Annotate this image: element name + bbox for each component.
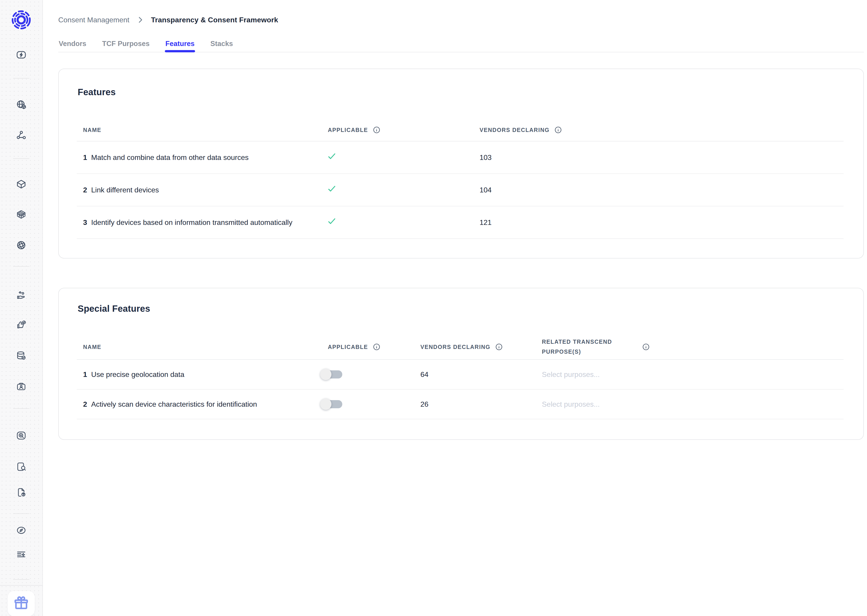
column-header-applicable: APPLICABLE: [328, 126, 479, 134]
column-header-applicable-label: APPLICABLE: [328, 344, 368, 350]
special-features-card: Special Features NAME APPLICABLE VENDORS…: [58, 288, 864, 440]
features-card: Features NAME APPLICABLE VENDORS DECLARI…: [58, 69, 864, 258]
row-number: 1: [83, 153, 87, 162]
feature-name-cell: 2 Link different devices: [77, 186, 328, 194]
column-header-applicable: APPLICABLE: [328, 343, 421, 350]
feature-name-cell: 3 Identify devices based on information …: [77, 218, 328, 227]
info-icon[interactable]: [642, 343, 649, 350]
info-icon[interactable]: [495, 343, 503, 350]
tab-stacks[interactable]: Stacks: [210, 38, 233, 52]
column-header-vendors-label: VENDORS DECLARING: [479, 127, 550, 133]
table-row: 3 Identify devices based on information …: [77, 206, 843, 239]
vendors-declaring-count: 104: [479, 186, 843, 194]
sidebar-footer-divider: [0, 585, 43, 586]
sidebar-item-quick-actions[interactable]: [16, 49, 27, 60]
related-purposes-line1: RELATED TRANSCEND: [542, 337, 612, 347]
tab-vendors[interactable]: Vendors: [58, 38, 87, 52]
bolt-icon: [16, 49, 27, 60]
chevron-right-icon: [136, 15, 145, 24]
column-header-name: NAME: [77, 344, 328, 350]
table-row: 1 Match and combine data from other data…: [77, 141, 843, 174]
sidebar-item-products[interactable]: [16, 179, 27, 190]
toggle-knob: [320, 399, 331, 410]
thumbs-up-check-icon: [16, 319, 27, 331]
select-purposes-field[interactable]: Select purposes...: [542, 370, 843, 379]
hand-offering-icon: [16, 290, 27, 301]
feature-name-cell: 1 Use precise geolocation data: [77, 370, 328, 379]
column-header-related-purposes: RELATED TRANSCEND PURPOSE(S): [542, 337, 843, 357]
sidebar-divider: [13, 579, 29, 580]
sidebar-item-preferences[interactable]: [16, 319, 27, 331]
tab-tcf-purposes[interactable]: TCF Purposes: [102, 38, 150, 52]
search-plus-icon: [16, 430, 27, 441]
sidebar-item-whats-new[interactable]: [8, 591, 35, 616]
info-icon[interactable]: [555, 126, 562, 134]
special-features-table-header: NAME APPLICABLE VENDORS DECLARING: [77, 335, 843, 360]
row-number: 2: [83, 400, 87, 409]
sidebar-item-home[interactable]: [11, 10, 31, 30]
cube-icon: [16, 179, 27, 190]
applicable-toggle[interactable]: [322, 400, 342, 408]
select-purposes-field[interactable]: Select purposes...: [542, 400, 843, 409]
applicable-cell: [328, 217, 479, 227]
contact-card-icon: [16, 381, 27, 393]
tab-features[interactable]: Features: [165, 38, 195, 52]
sidebar-divider: [13, 408, 29, 409]
feature-name-cell: 1 Match and combine data from other data…: [77, 153, 328, 162]
sidebar-divider: [13, 158, 29, 159]
features-card-title: Features: [78, 69, 843, 97]
applicable-cell: [328, 185, 479, 195]
sidebar-item-activity-log[interactable]: [16, 550, 27, 561]
sidebar-item-policies[interactable]: [16, 487, 27, 498]
applicable-toggle[interactable]: [322, 370, 342, 379]
compass-icon: [16, 525, 27, 536]
database-check-icon: [16, 350, 27, 361]
applicable-cell: [328, 370, 421, 379]
applicable-cell: [328, 400, 421, 408]
check-icon: [327, 217, 337, 226]
special-features-card-title: Special Features: [78, 288, 843, 314]
sidebar-item-modules[interactable]: [16, 209, 27, 220]
sidebar-item-consent[interactable]: [16, 240, 27, 251]
feature-name: Actively scan device characteristics for…: [91, 400, 257, 409]
info-icon[interactable]: [373, 343, 380, 350]
info-icon[interactable]: [373, 126, 380, 134]
toggle-knob: [320, 369, 331, 380]
sidebar-item-data-mapping[interactable]: [16, 99, 27, 110]
feature-name: Identify devices based on information tr…: [91, 218, 292, 227]
table-row: 1 Use precise geolocation data 64 Select…: [77, 360, 843, 390]
sidebar: [0, 0, 43, 616]
sidebar-item-contacts[interactable]: [16, 381, 27, 393]
check-icon: [327, 185, 337, 193]
column-header-vendors-label: VENDORS DECLARING: [421, 344, 490, 350]
related-purposes-line2: PURPOSE(S): [542, 347, 612, 357]
vendors-declaring-count: 103: [479, 153, 843, 162]
column-header-name: NAME: [77, 127, 328, 133]
main-content: Consent Management Transparency & Consen…: [43, 0, 867, 616]
applicable-cell: [328, 152, 479, 162]
sidebar-item-explore[interactable]: [16, 525, 27, 536]
globe-product-icon: [16, 99, 27, 110]
page-title: Transparency & Consent Framework: [151, 16, 278, 24]
share-nodes-icon: [16, 129, 27, 141]
app-root: Consent Management Transparency & Consen…: [0, 0, 867, 616]
table-row: 2 Link different devices 104: [77, 174, 843, 206]
document-question-icon: [16, 487, 27, 498]
rubiks-cube-icon: [16, 209, 27, 220]
vendors-declaring-count: 64: [421, 370, 542, 379]
breadcrumb-consent-management[interactable]: Consent Management: [58, 16, 129, 24]
row-number: 2: [83, 186, 87, 194]
column-header-related-purposes-label: RELATED TRANSCEND PURPOSE(S): [542, 337, 612, 357]
sidebar-divider: [13, 266, 29, 267]
sidebar-item-offerings[interactable]: [16, 290, 27, 301]
check-icon: [327, 152, 337, 160]
tab-bar: Vendors TCF Purposes Features Stacks: [58, 38, 864, 52]
sidebar-item-reports[interactable]: [16, 461, 27, 472]
sidebar-item-data-inventory[interactable]: [16, 350, 27, 361]
sphere-icon: [16, 240, 27, 251]
sidebar-item-integrations[interactable]: [16, 129, 27, 141]
vendors-declaring-count: 26: [421, 400, 542, 409]
document-search-icon: [16, 461, 27, 472]
sidebar-item-discovery[interactable]: [16, 430, 27, 441]
table-row: 2 Actively scan device characteristics f…: [77, 390, 843, 419]
